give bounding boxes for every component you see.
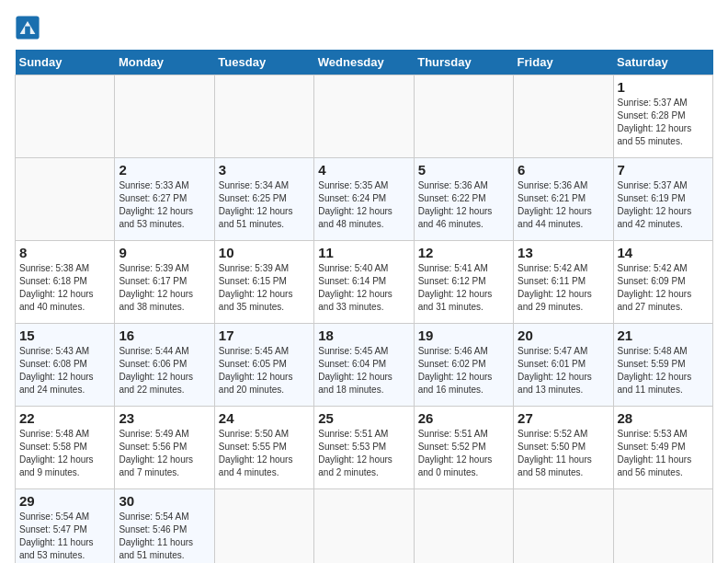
calendar-cell xyxy=(16,75,115,158)
calendar-cell: 23Sunrise: 5:49 AMSunset: 5:56 PMDayligh… xyxy=(115,407,214,489)
header-cell-monday: Monday xyxy=(115,50,214,75)
calendar-cell: 5Sunrise: 5:36 AMSunset: 6:22 PMDaylight… xyxy=(414,158,513,241)
day-number: 30 xyxy=(119,493,210,509)
calendar-cell: 6Sunrise: 5:36 AMSunset: 6:21 PMDaylight… xyxy=(514,158,613,241)
day-number: 11 xyxy=(318,245,409,260)
calendar-cell: 12Sunrise: 5:41 AMSunset: 6:12 PMDayligh… xyxy=(414,241,513,324)
calendar-cell xyxy=(214,489,313,564)
calendar-cell xyxy=(514,489,613,564)
calendar-cell xyxy=(115,75,214,158)
cell-info: Sunrise: 5:49 AMSunset: 5:56 PMDaylight:… xyxy=(119,428,210,479)
calendar-cell: 2Sunrise: 5:33 AMSunset: 6:27 PMDaylight… xyxy=(115,158,214,241)
cell-info: Sunrise: 5:45 AMSunset: 6:05 PMDaylight:… xyxy=(219,345,310,396)
calendar-cell: 27Sunrise: 5:52 AMSunset: 5:50 PMDayligh… xyxy=(514,407,613,489)
week-row-4: 15Sunrise: 5:43 AMSunset: 6:08 PMDayligh… xyxy=(16,324,713,407)
cell-info: Sunrise: 5:50 AMSunset: 5:55 PMDaylight:… xyxy=(219,428,310,479)
calendar-cell: 21Sunrise: 5:48 AMSunset: 5:59 PMDayligh… xyxy=(613,324,712,407)
day-number: 25 xyxy=(318,410,409,426)
week-row-6: 29Sunrise: 5:54 AMSunset: 5:47 PMDayligh… xyxy=(16,489,713,564)
day-number: 24 xyxy=(219,410,310,426)
day-number: 5 xyxy=(418,162,509,178)
cell-info: Sunrise: 5:44 AMSunset: 6:06 PMDaylight:… xyxy=(119,345,210,396)
calendar-cell: 24Sunrise: 5:50 AMSunset: 5:55 PMDayligh… xyxy=(214,407,313,489)
day-number: 18 xyxy=(318,327,409,343)
cell-info: Sunrise: 5:35 AMSunset: 6:24 PMDaylight:… xyxy=(318,179,409,231)
cell-info: Sunrise: 5:53 AMSunset: 5:49 PMDaylight:… xyxy=(618,428,709,479)
svg-rect-2 xyxy=(25,27,30,34)
calendar-cell: 13Sunrise: 5:42 AMSunset: 6:11 PMDayligh… xyxy=(514,241,613,324)
cell-info: Sunrise: 5:54 AMSunset: 5:46 PMDaylight:… xyxy=(119,511,210,562)
calendar-cell xyxy=(514,75,613,158)
logo xyxy=(15,15,44,40)
day-number: 21 xyxy=(618,327,709,343)
day-number: 15 xyxy=(19,327,110,343)
calendar-cell: 28Sunrise: 5:53 AMSunset: 5:49 PMDayligh… xyxy=(613,407,712,489)
header-cell-saturday: Saturday xyxy=(613,50,712,75)
calendar-cell: 16Sunrise: 5:44 AMSunset: 6:06 PMDayligh… xyxy=(115,324,214,407)
calendar-cell xyxy=(16,158,115,241)
header-cell-tuesday: Tuesday xyxy=(214,50,313,75)
calendar-cell: 19Sunrise: 5:46 AMSunset: 6:02 PMDayligh… xyxy=(414,324,513,407)
calendar-cell xyxy=(314,489,414,564)
cell-info: Sunrise: 5:51 AMSunset: 5:53 PMDaylight:… xyxy=(318,428,409,479)
day-number: 17 xyxy=(219,327,310,343)
cell-info: Sunrise: 5:54 AMSunset: 5:47 PMDaylight:… xyxy=(19,511,110,562)
day-number: 14 xyxy=(618,245,709,260)
calendar-cell xyxy=(613,489,712,564)
calendar-cell: 18Sunrise: 5:45 AMSunset: 6:04 PMDayligh… xyxy=(314,324,414,407)
day-number: 22 xyxy=(19,410,110,426)
cell-info: Sunrise: 5:37 AMSunset: 6:19 PMDaylight:… xyxy=(618,179,709,231)
cell-info: Sunrise: 5:39 AMSunset: 6:15 PMDaylight:… xyxy=(219,262,310,314)
calendar-cell xyxy=(314,75,414,158)
day-number: 28 xyxy=(618,410,709,426)
calendar-cell: 14Sunrise: 5:42 AMSunset: 6:09 PMDayligh… xyxy=(613,241,712,324)
calendar-body: 1Sunrise: 5:37 AMSunset: 6:28 PMDaylight… xyxy=(16,75,713,564)
calendar-cell: 25Sunrise: 5:51 AMSunset: 5:53 PMDayligh… xyxy=(314,407,414,489)
cell-info: Sunrise: 5:41 AMSunset: 6:12 PMDaylight:… xyxy=(418,262,509,314)
day-number: 19 xyxy=(418,327,509,343)
cell-info: Sunrise: 5:52 AMSunset: 5:50 PMDaylight:… xyxy=(518,428,609,479)
calendar-cell xyxy=(214,75,313,158)
calendar-cell: 4Sunrise: 5:35 AMSunset: 6:24 PMDaylight… xyxy=(314,158,414,241)
header-cell-sunday: Sunday xyxy=(16,50,115,75)
calendar-cell: 7Sunrise: 5:37 AMSunset: 6:19 PMDaylight… xyxy=(613,158,712,241)
cell-info: Sunrise: 5:36 AMSunset: 6:21 PMDaylight:… xyxy=(518,179,609,231)
cell-info: Sunrise: 5:34 AMSunset: 6:25 PMDaylight:… xyxy=(219,179,310,231)
day-number: 4 xyxy=(318,162,409,178)
cell-info: Sunrise: 5:51 AMSunset: 5:52 PMDaylight:… xyxy=(418,428,509,479)
day-number: 9 xyxy=(119,245,210,260)
page-header xyxy=(15,15,713,40)
calendar-cell: 15Sunrise: 5:43 AMSunset: 6:08 PMDayligh… xyxy=(16,324,115,407)
calendar-cell: 10Sunrise: 5:39 AMSunset: 6:15 PMDayligh… xyxy=(214,241,313,324)
cell-info: Sunrise: 5:36 AMSunset: 6:22 PMDaylight:… xyxy=(418,179,509,231)
cell-info: Sunrise: 5:46 AMSunset: 6:02 PMDaylight:… xyxy=(418,345,509,396)
day-number: 27 xyxy=(518,410,609,426)
calendar-cell: 17Sunrise: 5:45 AMSunset: 6:05 PMDayligh… xyxy=(214,324,313,407)
calendar-cell: 9Sunrise: 5:39 AMSunset: 6:17 PMDaylight… xyxy=(115,241,214,324)
day-number: 6 xyxy=(518,162,609,178)
calendar-cell: 30Sunrise: 5:54 AMSunset: 5:46 PMDayligh… xyxy=(115,489,214,564)
day-number: 8 xyxy=(19,245,110,260)
calendar-cell: 1Sunrise: 5:37 AMSunset: 6:28 PMDaylight… xyxy=(613,75,712,158)
cell-info: Sunrise: 5:40 AMSunset: 6:14 PMDaylight:… xyxy=(318,262,409,314)
week-row-5: 22Sunrise: 5:48 AMSunset: 5:58 PMDayligh… xyxy=(16,407,713,489)
calendar-cell: 29Sunrise: 5:54 AMSunset: 5:47 PMDayligh… xyxy=(16,489,115,564)
header-row: SundayMondayTuesdayWednesdayThursdayFrid… xyxy=(16,50,713,75)
day-number: 26 xyxy=(418,410,509,426)
cell-info: Sunrise: 5:39 AMSunset: 6:17 PMDaylight:… xyxy=(119,262,210,314)
calendar-cell: 26Sunrise: 5:51 AMSunset: 5:52 PMDayligh… xyxy=(414,407,513,489)
header-cell-wednesday: Wednesday xyxy=(314,50,414,75)
calendar-cell: 20Sunrise: 5:47 AMSunset: 6:01 PMDayligh… xyxy=(514,324,613,407)
calendar-cell: 8Sunrise: 5:38 AMSunset: 6:18 PMDaylight… xyxy=(16,241,115,324)
day-number: 12 xyxy=(418,245,509,260)
week-row-3: 8Sunrise: 5:38 AMSunset: 6:18 PMDaylight… xyxy=(16,241,713,324)
header-cell-friday: Friday xyxy=(514,50,613,75)
cell-info: Sunrise: 5:48 AMSunset: 5:59 PMDaylight:… xyxy=(618,345,709,396)
cell-info: Sunrise: 5:48 AMSunset: 5:58 PMDaylight:… xyxy=(19,428,110,479)
cell-info: Sunrise: 5:42 AMSunset: 6:11 PMDaylight:… xyxy=(518,262,609,314)
calendar-cell: 22Sunrise: 5:48 AMSunset: 5:58 PMDayligh… xyxy=(16,407,115,489)
week-row-1: 1Sunrise: 5:37 AMSunset: 6:28 PMDaylight… xyxy=(16,75,713,158)
cell-info: Sunrise: 5:33 AMSunset: 6:27 PMDaylight:… xyxy=(119,179,210,231)
day-number: 10 xyxy=(219,245,310,260)
cell-info: Sunrise: 5:43 AMSunset: 6:08 PMDaylight:… xyxy=(19,345,110,396)
